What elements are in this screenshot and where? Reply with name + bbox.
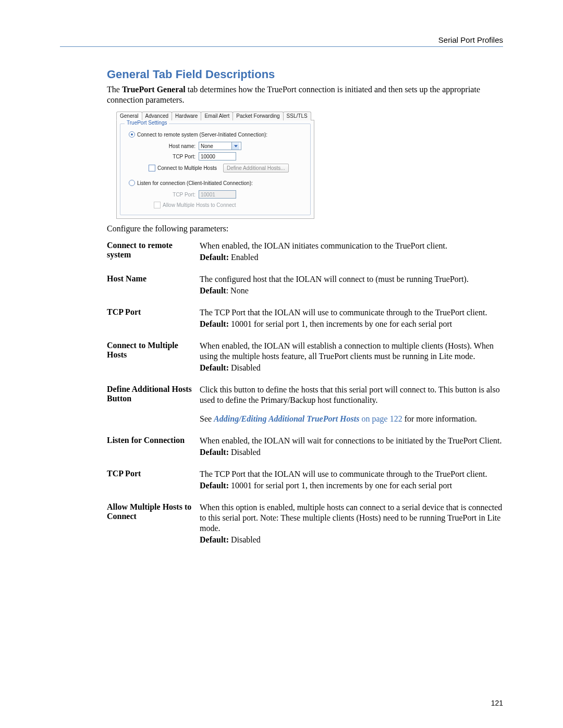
tcpport-label: TCP Port: (149, 154, 199, 159)
tab-hardware[interactable]: Hardware (172, 112, 201, 120)
param-name: Listen for Connection (107, 436, 195, 458)
configure-line: Configure the following parameters: (107, 224, 503, 233)
param-name: TCP Port (107, 469, 195, 491)
tab-packet-forwarding[interactable]: Packet Forwarding (232, 112, 283, 120)
hostname-combo[interactable]: None (199, 142, 241, 150)
param-desc: The configured host that the IOLAN will … (200, 274, 503, 296)
checkbox-allow-multiple-label: Allow Multiple Hosts to Connect (163, 202, 236, 208)
param-desc: When enabled, the IOLAN will wait for co… (200, 436, 503, 458)
chevron-down-icon (231, 142, 239, 150)
param-name: TCP Port (107, 307, 195, 329)
tcpport-input[interactable]: 10000 (199, 152, 236, 161)
define-additional-hosts-button[interactable]: Define Additional Hosts... (223, 164, 289, 172)
tab-email-alert[interactable]: Email Alert (201, 112, 233, 120)
page-number: 121 (491, 699, 503, 707)
radio-client-initiated-label: Listen for connection (Client-Initiated … (137, 180, 253, 186)
breadcrumb: Serial Port Profiles (60, 35, 503, 47)
tab-ssl-tls[interactable]: SSL/TLS (283, 112, 311, 120)
radio-server-initiated[interactable] (129, 131, 135, 138)
tcpport2-label: TCP Port: (149, 192, 199, 198)
checkbox-allow-multiple (154, 202, 161, 208)
checkbox-multiple-hosts-label: Connect to Multiple Hosts (157, 165, 217, 171)
tcpport2-input: 10001 (199, 190, 236, 199)
hostname-label: Host name: (149, 143, 199, 149)
page-title: General Tab Field Descriptions (107, 68, 503, 81)
param-desc: Click this button to define the hosts th… (200, 385, 503, 424)
param-desc: When this option is enabled, multiple ho… (200, 502, 503, 545)
param-name: Connect to Multiple Hosts (107, 341, 195, 373)
param-desc: The TCP Port that the IOLAN will use to … (200, 469, 503, 491)
param-name: Connect to remote system (107, 241, 195, 263)
radio-server-initiated-label: Connect to remote system (Server-Initiat… (137, 132, 267, 138)
param-desc: When enabled, the IOLAN initiates commun… (200, 241, 503, 263)
checkbox-multiple-hosts[interactable] (149, 165, 155, 171)
param-name: Allow Multiple Hosts to Connect (107, 502, 195, 545)
radio-client-initiated[interactable] (129, 180, 135, 186)
tab-advanced[interactable]: Advanced (142, 112, 172, 120)
settings-panel-screenshot: General Advanced Hardware Email Alert Pa… (116, 112, 314, 219)
fieldset-legend: TruePort Settings (125, 120, 169, 126)
cross-ref-link[interactable]: Adding/Editing Additional TruePort Hosts (214, 414, 359, 423)
param-name: Define Additional Hosts Button (107, 385, 195, 424)
intro-text: The TruePort General tab determines how … (107, 84, 503, 105)
tab-general[interactable]: General (116, 112, 142, 120)
param-desc: When enabled, the IOLAN will establish a… (200, 341, 503, 373)
parameter-table: Connect to remote systemWhen enabled, th… (107, 241, 503, 545)
param-name: Host Name (107, 274, 195, 296)
param-desc: The TCP Port that the IOLAN will use to … (200, 307, 503, 329)
